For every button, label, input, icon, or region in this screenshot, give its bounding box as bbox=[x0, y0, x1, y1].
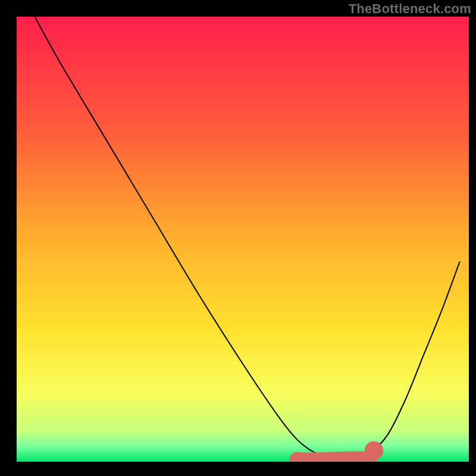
optimal-zone-end-dot bbox=[365, 441, 383, 460]
optimal-zone-marker bbox=[297, 459, 369, 460]
bottleneck-chart bbox=[0, 0, 476, 476]
chart-stage: TheBottleneck.com bbox=[0, 0, 476, 476]
watermark-text: TheBottleneck.com bbox=[349, 1, 471, 17]
plot-background bbox=[17, 17, 469, 462]
